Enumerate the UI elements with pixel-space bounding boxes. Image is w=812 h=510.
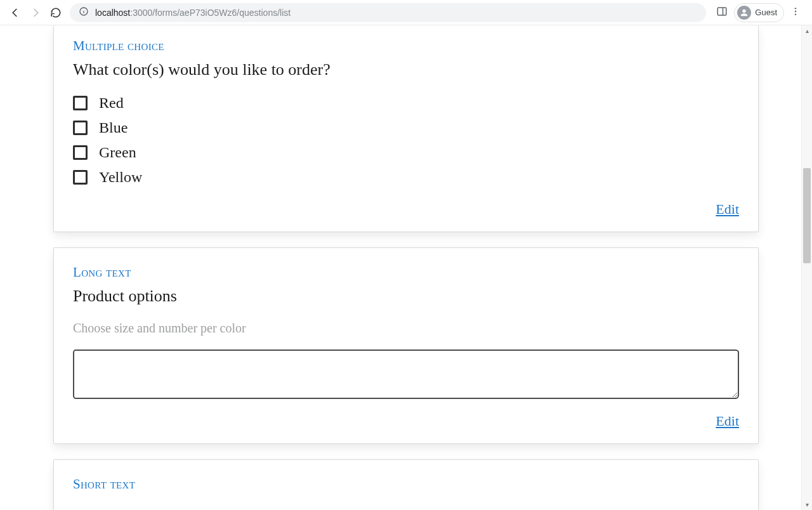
vertical-scrollbar[interactable]: ▴ ▾ xyxy=(801,25,812,510)
question-type-label: Short text xyxy=(73,476,739,492)
option-label: Green xyxy=(99,144,136,161)
scroll-thumb[interactable] xyxy=(803,168,811,263)
scroll-up-arrow[interactable]: ▴ xyxy=(802,25,812,36)
option-row: Green xyxy=(73,144,739,161)
nav-controls xyxy=(5,6,66,19)
checkbox[interactable] xyxy=(73,96,88,110)
url-text: localhost:3000/forms/aeP73iO5Wz6/questio… xyxy=(95,8,291,18)
question-card-multiple-choice: Multiple choice What color(s) would you … xyxy=(53,25,759,232)
scroll-down-arrow[interactable]: ▾ xyxy=(802,499,812,510)
content-column: Multiple choice What color(s) would you … xyxy=(0,25,812,510)
forward-button[interactable] xyxy=(29,6,42,19)
question-type-label: Multiple choice xyxy=(73,38,739,54)
profile-label: Guest xyxy=(755,8,777,17)
avatar-icon xyxy=(737,6,751,20)
question-title: What color(s) would you like to order? xyxy=(73,60,739,79)
question-help-text: Choose size and number per color xyxy=(73,321,739,336)
question-card-long-text: Long text Product options Choose size an… xyxy=(53,247,759,444)
checkbox[interactable] xyxy=(73,170,88,185)
site-info-icon[interactable] xyxy=(79,6,89,18)
checkbox[interactable] xyxy=(73,145,88,160)
option-label: Red xyxy=(99,95,124,112)
option-row: Blue xyxy=(73,119,739,136)
browser-toolbar: localhost:3000/forms/aeP73iO5Wz6/questio… xyxy=(0,0,812,25)
question-title: Product options xyxy=(73,287,739,306)
url-host: localhost xyxy=(95,8,130,18)
page-viewport: Multiple choice What color(s) would you … xyxy=(0,25,812,510)
panel-icon[interactable] xyxy=(716,6,728,20)
url-path: :3000/forms/aeP73iO5Wz6/questions/list xyxy=(130,8,291,18)
svg-point-8 xyxy=(795,13,796,15)
checkbox[interactable] xyxy=(73,121,88,135)
long-text-input[interactable] xyxy=(73,350,739,399)
kebab-menu-icon[interactable] xyxy=(790,6,801,19)
edit-link[interactable]: Edit xyxy=(716,201,739,218)
back-button[interactable] xyxy=(9,6,22,19)
options-list: Red Blue Green Yellow xyxy=(73,95,739,186)
svg-point-7 xyxy=(795,10,796,11)
svg-point-6 xyxy=(795,8,796,9)
reload-button[interactable] xyxy=(49,6,62,19)
card-actions: Edit xyxy=(73,413,739,429)
svg-rect-3 xyxy=(718,8,727,15)
question-card-short-text: Short text xyxy=(53,459,759,510)
address-bar[interactable]: localhost:3000/forms/aeP73iO5Wz6/questio… xyxy=(70,3,706,22)
card-actions: Edit xyxy=(73,201,739,218)
option-row: Yellow xyxy=(73,169,739,186)
option-label: Yellow xyxy=(99,169,142,186)
option-row: Red xyxy=(73,95,739,112)
svg-point-5 xyxy=(743,9,746,12)
option-label: Blue xyxy=(99,119,128,136)
browser-right-controls: Guest xyxy=(710,3,807,22)
edit-link[interactable]: Edit xyxy=(716,413,739,429)
profile-chip[interactable]: Guest xyxy=(734,3,784,22)
question-type-label: Long text xyxy=(73,265,739,280)
